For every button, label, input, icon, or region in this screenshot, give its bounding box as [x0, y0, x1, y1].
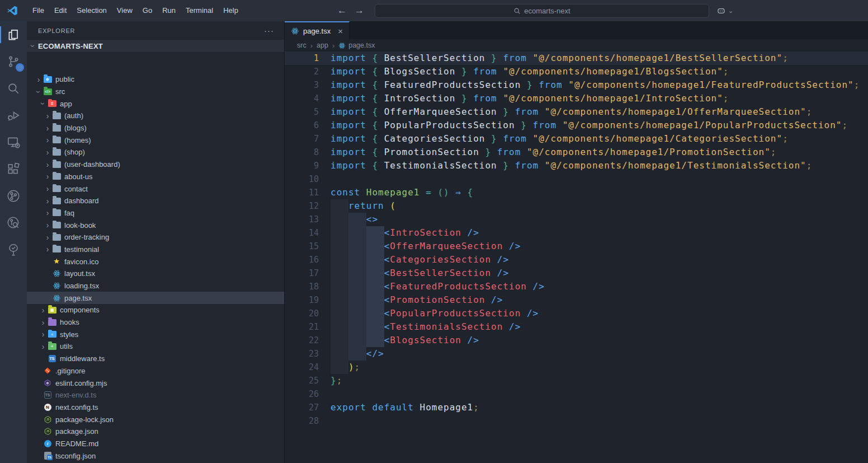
- code-line-26[interactable]: 26: [285, 387, 868, 401]
- tree-item-layout.tsx[interactable]: layout.tsx: [27, 268, 284, 280]
- chevron-right-icon[interactable]: ›: [39, 330, 47, 338]
- tree-item-hooks[interactable]: ›hooks: [27, 316, 284, 329]
- tree-item-favicon.ico[interactable]: ★favicon.ico: [27, 255, 284, 268]
- code-line-7[interactable]: 7import { CategoriesSection } from "@/co…: [285, 132, 868, 146]
- chevron-right-icon[interactable]: ›: [44, 124, 51, 132]
- tab-close-button[interactable]: ×: [338, 27, 343, 35]
- menu-run[interactable]: Run: [157, 0, 181, 21]
- breadcrumb-src[interactable]: src: [297, 41, 306, 49]
- tree-item-homes[interactable]: ›(homes): [27, 134, 284, 146]
- tree-item-public[interactable]: ›⊕public: [27, 73, 284, 86]
- tree-item-package.json[interactable]: JSpackage.json: [27, 425, 284, 438]
- menu-file[interactable]: File: [27, 0, 49, 21]
- code-line-16[interactable]: 16 <CategoriesSection />: [285, 253, 868, 266]
- tree-item-page.tsx[interactable]: page.tsx: [27, 292, 284, 304]
- tree-item-about-us[interactable]: ›about-us: [27, 171, 284, 183]
- code-line-18[interactable]: 18 <FeaturedProductsSection />: [285, 280, 868, 293]
- tree-item-blogs[interactable]: ›(blogs): [27, 122, 284, 134]
- code-area[interactable]: 1import { BestSellerSection } from "@/co…: [285, 52, 868, 463]
- code-line-5[interactable]: 5import { OfferMarqueeSection } from "@/…: [285, 105, 868, 119]
- breadcrumb[interactable]: src › app › page.tsx: [285, 39, 868, 52]
- tree-item-tsconfig.json[interactable]: TStsconfig.json: [27, 450, 284, 462]
- menu-edit[interactable]: Edit: [49, 0, 72, 21]
- chevron-right-icon[interactable]: ›: [44, 148, 51, 156]
- code-line-11[interactable]: 11const Homepage1 = () ⇒ {: [285, 186, 868, 199]
- tree-item-package-lock.json[interactable]: JSpackage-lock.json: [27, 413, 284, 425]
- source-control-icon[interactable]: [0, 48, 27, 75]
- tree-item-app[interactable]: ›⠿app: [27, 97, 284, 110]
- code-line-22[interactable]: 22 <BlogsSection />: [285, 334, 868, 347]
- tree-item-next-env.d.ts[interactable]: TSnext-env.d.ts: [27, 389, 284, 401]
- tree-item-loading.tsx[interactable]: loading.tsx: [27, 280, 284, 292]
- project-root-row[interactable]: › ECOMARTS-NEXT: [27, 40, 284, 52]
- chevron-right-icon[interactable]: ›: [39, 343, 47, 350]
- chevron-down-icon[interactable]: ›: [39, 100, 47, 107]
- search-icon[interactable]: [0, 75, 27, 102]
- code-line-8[interactable]: 8import { PromotionSection } from "@/com…: [285, 146, 868, 159]
- chevron-right-icon[interactable]: ›: [44, 172, 51, 180]
- tree-item-shop[interactable]: ›(shop): [27, 146, 284, 158]
- chevron-down-icon[interactable]: ›: [35, 88, 43, 96]
- code-line-15[interactable]: 15 <OfferMarqueeSection />: [285, 240, 868, 253]
- run-debug-icon[interactable]: [0, 102, 27, 129]
- chevron-right-icon[interactable]: ›: [44, 161, 51, 169]
- code-line-23[interactable]: 23 </>: [285, 347, 868, 361]
- code-line-9[interactable]: 9import { TestimonialsSection } from "@/…: [285, 159, 868, 172]
- code-line-13[interactable]: 13 <>: [285, 213, 868, 226]
- breadcrumb-file[interactable]: page.tsx: [348, 41, 375, 49]
- tree-item-auth[interactable]: ›(auth): [27, 110, 284, 122]
- menu-terminal[interactable]: Terminal: [181, 0, 218, 21]
- menu-selection[interactable]: Selection: [72, 0, 111, 21]
- code-line-19[interactable]: 19 <PromotionSection />: [285, 293, 868, 307]
- todo-tree-icon[interactable]: [0, 236, 27, 263]
- tree-item-order-tracking[interactable]: ›order-tracking: [27, 231, 284, 244]
- gitlens-inspect-icon[interactable]: [0, 209, 27, 236]
- code-line-6[interactable]: 6import { PopularProductsSection } from …: [285, 119, 868, 132]
- breadcrumb-app[interactable]: app: [317, 41, 328, 49]
- code-line-21[interactable]: 21 <TestimonialsSection />: [285, 320, 868, 334]
- remote-explorer-icon[interactable]: [0, 129, 27, 156]
- chevron-right-icon[interactable]: ›: [44, 136, 51, 144]
- code-line-4[interactable]: 4import { IntroSection } from "@/compone…: [285, 92, 868, 105]
- code-line-27[interactable]: 27export default Homepage1;: [285, 401, 868, 414]
- tree-item-look-book[interactable]: ›look-book: [27, 219, 284, 231]
- menu-help[interactable]: Help: [218, 0, 243, 21]
- chevron-right-icon[interactable]: ›: [44, 209, 51, 217]
- explorer-icon[interactable]: [0, 21, 27, 48]
- tree-item-README.md[interactable]: iREADME.md: [27, 438, 284, 450]
- command-center-search[interactable]: ecomarts-next: [375, 4, 709, 18]
- chevron-right-icon[interactable]: ›: [44, 197, 51, 205]
- explorer-more-actions-button[interactable]: ···: [264, 26, 274, 35]
- code-line-25[interactable]: 25};: [285, 374, 868, 387]
- code-line-1[interactable]: 1import { BestSellerSection } from "@/co…: [285, 52, 868, 65]
- chevron-right-icon[interactable]: ›: [44, 185, 51, 193]
- chevron-right-icon[interactable]: ›: [39, 319, 47, 326]
- code-line-10[interactable]: 10: [285, 172, 868, 186]
- code-line-12[interactable]: 12 return (: [285, 199, 868, 213]
- gitlens-icon[interactable]: [0, 183, 27, 209]
- tree-item-styles[interactable]: ›≡styles: [27, 328, 284, 340]
- nav-back-button[interactable]: ←: [337, 5, 347, 16]
- tree-item-eslint.config.mjs[interactable]: eslint.config.mjs: [27, 377, 284, 389]
- tree-item-.gitignore[interactable]: .gitignore: [27, 365, 284, 377]
- code-line-17[interactable]: 17 <BestSellerSection />: [285, 266, 868, 280]
- chevron-right-icon[interactable]: ›: [44, 112, 51, 120]
- code-line-3[interactable]: 3import { FeaturedProductsSection } from…: [285, 78, 868, 92]
- chevron-right-icon[interactable]: ›: [44, 221, 51, 229]
- tree-item-contact[interactable]: ›contact: [27, 183, 284, 195]
- code-line-20[interactable]: 20 <PopularProductsSection />: [285, 307, 868, 320]
- extensions-icon[interactable]: [0, 156, 27, 183]
- tree-item-src[interactable]: ›</>src: [27, 86, 284, 98]
- chevron-right-icon[interactable]: ›: [39, 306, 47, 314]
- chevron-right-icon[interactable]: ›: [44, 245, 51, 253]
- chevron-right-icon[interactable]: ›: [35, 76, 43, 83]
- tree-item-user-dashboard[interactable]: ›(user-dashboard): [27, 158, 284, 171]
- chevron-right-icon[interactable]: ›: [44, 233, 51, 241]
- code-line-28[interactable]: 28: [285, 414, 868, 428]
- code-line-14[interactable]: 14 <IntroSection />: [285, 226, 868, 240]
- menu-go[interactable]: Go: [138, 0, 157, 21]
- tree-item-components[interactable]: ›▦components: [27, 304, 284, 316]
- copilot-menu[interactable]: ⌄: [716, 4, 733, 17]
- code-line-24[interactable]: 24 );: [285, 361, 868, 374]
- tree-item-utils[interactable]: ›+utils: [27, 340, 284, 353]
